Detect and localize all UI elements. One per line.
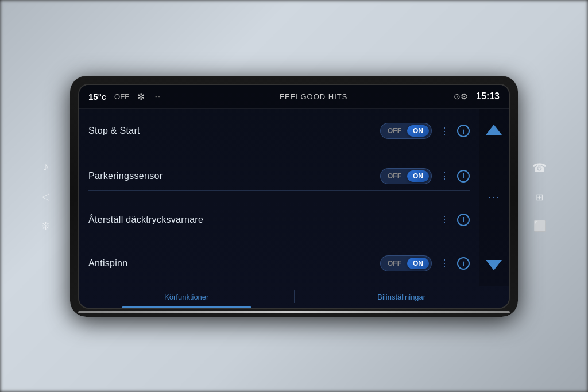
divider (171, 92, 171, 101)
location-icon: ⊙⚙ (454, 92, 468, 101)
infotainment-unit: ♪ ◁ ❊ ☎ ⊞ ⬜ 15°c OFF ✼ -- FEELGOOD HITS … (70, 76, 518, 317)
toggle-on-label: ON (407, 170, 429, 182)
parking-toggle[interactable]: OFF ON (380, 168, 432, 184)
ac-status: OFF (114, 92, 129, 101)
stop-start-menu-dots[interactable]: ⋮ (438, 125, 451, 138)
tyre-controls: ⋮ i (438, 213, 470, 226)
temperature-display: 15°c (88, 92, 106, 102)
nav-icon[interactable]: ◁ (42, 191, 49, 203)
scroll-down-button[interactable] (482, 254, 505, 277)
arrow-down-icon (486, 260, 502, 270)
toggle-on-label: ON (407, 125, 429, 137)
tab-korfunktioner-label: Körfunktioner (164, 293, 208, 301)
tyre-info[interactable]: i (457, 214, 470, 226)
screen-bezel: 15°c OFF ✼ -- FEELGOOD HITS ⊙⚙ 15:13 Sto… (78, 84, 510, 309)
antispinn-info[interactable]: i (457, 257, 470, 270)
left-side-buttons: ♪ ◁ ❊ (41, 160, 50, 232)
antispinn-label: Antispinn (88, 258, 380, 269)
setting-row-antispinn: Antispinn OFF ON ⋮ i (88, 250, 470, 277)
parking-menu-dots[interactable]: ⋮ (438, 169, 451, 183)
parking-info[interactable]: i (457, 170, 470, 183)
toggle-off-label: OFF (383, 170, 406, 182)
setting-row-parking: Parkeringssensor OFF ON ⋮ i (88, 162, 470, 191)
climate-icon[interactable]: ❊ (41, 220, 50, 232)
setting-row-tyre: Återställ däcktrycksvarnare ⋮ i (88, 207, 470, 232)
bottom-tabs: Körfunktioner Bilinställningar (79, 286, 509, 308)
status-bar: 15°c OFF ✼ -- FEELGOOD HITS ⊙⚙ 15:13 (79, 85, 509, 109)
fan-icon: ✼ (137, 91, 145, 102)
extra-options-dots[interactable]: ··· (488, 191, 500, 203)
arrow-up-icon (486, 125, 502, 135)
separator: -- (155, 92, 160, 101)
tab-bilinstellningar-label: Bilinställningar (377, 293, 425, 301)
right-side-buttons: ☎ ⊞ ⬜ (532, 160, 547, 232)
music-icon[interactable]: ♪ (43, 160, 49, 173)
silver-edge (78, 311, 510, 313)
song-display: FEELGOOD HITS (179, 92, 448, 101)
phone-icon[interactable]: ☎ (532, 160, 547, 174)
stop-start-info[interactable]: i (457, 125, 470, 137)
antispinn-toggle[interactable]: OFF ON (380, 255, 432, 271)
antispinn-menu-dots[interactable]: ⋮ (438, 257, 451, 270)
settings-list: Stop & Start OFF ON ⋮ i Parkeringssens (79, 109, 479, 286)
scroll-arrows: ··· (479, 109, 509, 286)
scroll-up-button[interactable] (482, 118, 505, 141)
time-display: 15:13 (476, 91, 500, 102)
car-icon[interactable]: ⬜ (533, 219, 546, 232)
parking-label: Parkeringssensor (88, 171, 380, 181)
parking-controls: OFF ON ⋮ i (380, 168, 470, 184)
setting-row-stop-start: Stop & Start OFF ON ⋮ i (88, 117, 470, 145)
app-menu-icon[interactable]: ⊞ (536, 191, 543, 202)
tyre-label: Återställ däcktrycksvarnare (88, 215, 438, 225)
stop-start-label: Stop & Start (88, 126, 380, 136)
tab-korfunktioner[interactable]: Körfunktioner (79, 286, 294, 308)
content-area: Stop & Start OFF ON ⋮ i Parkeringssens (79, 109, 509, 286)
toggle-off-label: OFF (383, 125, 406, 137)
tab-bilinstellningar[interactable]: Bilinställningar (295, 286, 509, 308)
tyre-menu-dots[interactable]: ⋮ (438, 213, 451, 226)
toggle-on-label: ON (407, 258, 429, 269)
antispinn-controls: OFF ON ⋮ i (380, 255, 470, 271)
stop-start-toggle[interactable]: OFF ON (380, 123, 432, 139)
toggle-off-label: OFF (383, 258, 406, 269)
stop-start-controls: OFF ON ⋮ i (380, 123, 470, 139)
screen: 15°c OFF ✼ -- FEELGOOD HITS ⊙⚙ 15:13 Sto… (79, 85, 509, 308)
